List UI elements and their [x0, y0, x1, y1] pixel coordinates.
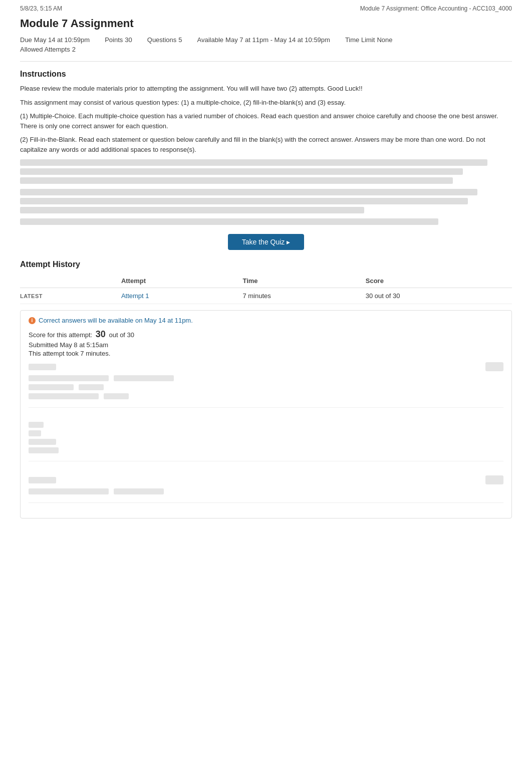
blurred-q1: [29, 362, 503, 408]
correct-answers-note: i Correct answers will be available on M…: [29, 317, 503, 324]
table-header-row: Attempt Time Score: [20, 274, 512, 288]
q2-r1-b1: [29, 422, 44, 428]
q3-row1: [29, 488, 503, 494]
col-attempt: Attempt: [121, 274, 243, 288]
blurred-answers-area: [29, 362, 503, 503]
blurred-line-7: [20, 218, 438, 225]
meta-time-limit: Time Limit None: [345, 36, 393, 44]
blurred-q3: [29, 475, 503, 503]
meta-allowed-attempts: Allowed Attempts 2: [20, 46, 76, 53]
blurred-line-3: [20, 177, 453, 184]
blurred-line-2: [20, 168, 463, 175]
spacer-1: [29, 417, 503, 422]
spacer-2: [29, 470, 503, 475]
q1-row1: [29, 375, 503, 381]
score-number: 30: [96, 329, 106, 339]
blurred-q2: [29, 422, 503, 461]
score-cell: 30 out of 30: [366, 288, 512, 304]
instructions-p4: (2) Fill-in-the-Blank. Read each stateme…: [20, 135, 512, 154]
table-row: LATEST Attempt 1 7 minutes 30 out of 30: [20, 288, 512, 304]
due-label: Due: [20, 36, 32, 44]
points-value: 30: [125, 36, 132, 44]
q1-r1-b2: [114, 375, 174, 381]
due-value: May 14 at 10:59pm: [34, 36, 90, 44]
latest-badge-text: LATEST: [20, 293, 43, 299]
questions-label: Questions: [147, 36, 177, 44]
q3-r1-b1: [29, 488, 109, 494]
blurred-essay-section: [20, 159, 512, 225]
latest-badge: LATEST: [20, 288, 121, 304]
q3-r1-b2: [114, 488, 164, 494]
top-bar: 5/8/23, 5:15 AM Module 7 Assignment: Off…: [0, 0, 532, 15]
page-title: Module 7 Assignment: [20, 17, 512, 30]
divider-1: [20, 61, 512, 62]
q2-r4-b1: [29, 447, 59, 453]
blurred-line-4: [20, 189, 477, 195]
meta-row-2: Allowed Attempts 2: [20, 46, 512, 53]
q1-r1-b1: [29, 375, 109, 381]
score-label: Score for this attempt:: [29, 331, 92, 339]
questions-value: 5: [178, 36, 182, 44]
meta-available: Available May 7 at 11pm - May 14 at 10:5…: [197, 36, 330, 44]
q2-row1: [29, 422, 503, 428]
score-out-of: out of 30: [109, 331, 134, 339]
take-quiz-button[interactable]: Take the Quiz ▸: [228, 234, 305, 250]
correct-answers-text: Correct answers will be available on May…: [39, 317, 193, 324]
instructions-p1: Please review the module materials prior…: [20, 84, 512, 94]
col-badge: [20, 274, 121, 288]
instructions-p3: (1) Multiple-Choice. Each multiple-choic…: [20, 111, 512, 131]
col-time: Time: [242, 274, 365, 288]
q2-r3-b1: [29, 439, 56, 445]
q3-score-badge: [485, 475, 503, 484]
submitted-line: Submitted May 8 at 5:15am: [29, 341, 503, 349]
datetime: 5/8/23, 5:15 AM: [20, 5, 62, 12]
points-label: Points: [105, 36, 123, 44]
col-score: Score: [366, 274, 512, 288]
q3-title-blur: [29, 477, 56, 483]
main-content: Module 7 Assignment Due May 14 at 10:59p…: [0, 15, 532, 539]
info-icon: i: [29, 317, 36, 324]
q1-title-blur: [29, 364, 56, 370]
available-value: May 7 at 11pm - May 14 at 10:59pm: [225, 36, 330, 44]
attempt-cell: Attempt 1: [121, 288, 243, 304]
meta-questions: Questions 5: [147, 36, 182, 44]
meta-points: Points 30: [105, 36, 132, 44]
blurred-line-6: [20, 207, 364, 213]
attempt-details-box: i Correct answers will be available on M…: [20, 310, 512, 518]
available-label: Available: [197, 36, 224, 44]
allowed-attempts-value: 2: [72, 46, 76, 53]
attempt-history-section: Attempt History Attempt Time Score LATES…: [20, 260, 512, 518]
q1-r3-b1: [29, 393, 99, 399]
instructions-p2: This assignment may consist of various q…: [20, 98, 512, 108]
meta-row-1: Due May 14 at 10:59pm Points 30 Question…: [20, 36, 512, 44]
attempt-link[interactable]: Attempt 1: [121, 292, 149, 300]
q1-r2-b2: [79, 384, 104, 390]
instructions-heading: Instructions: [20, 70, 512, 79]
allowed-attempts-label: Allowed Attempts: [20, 46, 70, 53]
meta-due: Due May 14 at 10:59pm: [20, 36, 90, 44]
q1-row3: [29, 393, 503, 399]
time-line: This attempt took 7 minutes.: [29, 350, 503, 357]
q2-row4: [29, 447, 503, 453]
q1-score-badge: [485, 362, 503, 371]
q1-r3-b2: [104, 393, 129, 399]
q2-r2-b1: [29, 430, 41, 436]
time-limit-label: Time Limit: [345, 36, 375, 44]
q1-row2: [29, 384, 503, 390]
q2-row3: [29, 439, 503, 445]
blurred-line-1: [20, 159, 487, 166]
time-cell: 7 minutes: [242, 288, 365, 304]
time-limit-value: None: [377, 36, 392, 44]
q2-row2: [29, 430, 503, 436]
q1-r2-b1: [29, 384, 74, 390]
score-line: Score for this attempt: 30 out of 30: [29, 329, 503, 340]
blurred-line-5: [20, 198, 468, 204]
attempt-history-heading: Attempt History: [20, 260, 512, 269]
attempt-table: Attempt Time Score LATEST Attempt 1 7 mi…: [20, 274, 512, 304]
course-title: Module 7 Assignment: Office Accounting -…: [360, 5, 512, 12]
